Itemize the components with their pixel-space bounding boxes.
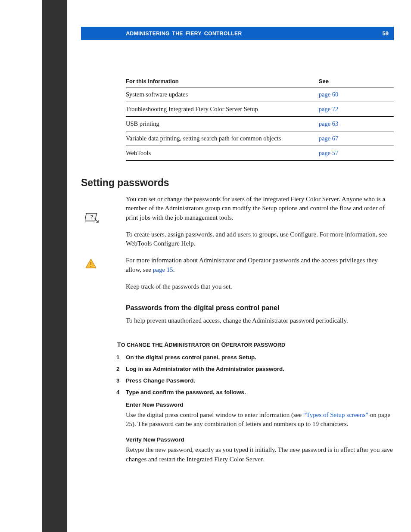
page-number: 59: [383, 30, 389, 37]
sc-rest: DMINISTRATOR OR: [169, 342, 221, 348]
table-cell-label: USB printing: [126, 117, 319, 131]
table-row: Variable data printing, setting search p…: [126, 131, 394, 146]
field-label: Enter New Password: [126, 401, 394, 408]
table-cell-label: System software updates: [126, 87, 319, 102]
page-link[interactable]: page 60: [319, 91, 339, 98]
step-number: 4: [116, 389, 120, 395]
body-column: For this information See System software…: [126, 75, 394, 464]
sc-cap: T: [117, 341, 121, 348]
banner-title-rest3: ONTROLLER: [208, 31, 242, 37]
body-paragraph: To help prevent unauthorized access, cha…: [126, 316, 394, 325]
sc-rest: O CHANGE THE: [121, 342, 165, 348]
body-paragraph: You can set or change the passwords for …: [126, 195, 394, 222]
help-cursor-icon: ?: [85, 212, 100, 227]
section-heading: Setting passwords: [81, 177, 394, 189]
table-header-left: For this information: [126, 75, 319, 87]
sc-cap: A: [164, 341, 168, 348]
banner-title-cap3: C: [204, 30, 209, 37]
text-span: .: [173, 266, 175, 273]
table-row: USB printingpage 63: [126, 117, 394, 131]
body-paragraph: For more information about Administrator…: [126, 256, 394, 274]
body-paragraph: Retype the new password, exactly as you …: [126, 445, 394, 464]
sc-cap: O: [221, 341, 226, 348]
body-paragraph: To create users, assign passwords, and a…: [126, 230, 394, 249]
procedure-steps: 1On the digital press control panel, pre…: [126, 354, 394, 395]
svg-rect-1: [90, 262, 91, 265]
step-item: 2Log in as Administrator with the Admini…: [126, 366, 394, 372]
table-cell-label: WebTools: [126, 146, 319, 161]
cross-ref-link[interactable]: “Types of Setup screens”: [303, 411, 368, 418]
text-span: Use the digital press control panel wind…: [126, 411, 303, 418]
step-text: Press Change Password.: [126, 377, 195, 384]
left-dark-strip: [42, 0, 67, 532]
step-number: 3: [116, 377, 120, 384]
banner-title-rest1: DMINISTERING: [130, 31, 170, 37]
subsection-heading: Passwords from the digital press control…: [126, 304, 394, 312]
page-link[interactable]: page 63: [319, 120, 339, 127]
banner-title-cap2: F: [186, 30, 189, 37]
banner-title-the: THE: [172, 31, 183, 37]
page-content: ADMINISTERING THE FIERY CONTROLLER 59 Fo…: [81, 0, 394, 472]
step-text: On the digital press control panel, pres…: [126, 354, 256, 361]
page-link[interactable]: page 57: [319, 149, 339, 156]
step-item: 1On the digital press control panel, pre…: [126, 354, 394, 361]
table-cell-label: Variable data printing, setting search p…: [126, 131, 319, 146]
table-cell-label: Troubleshooting Integrated Fiery Color S…: [126, 102, 319, 117]
step-number: 2: [116, 366, 120, 372]
procedure-title: TO CHANGE THE ADMINISTRATOR OR OPERATOR …: [117, 341, 394, 348]
table-row: WebToolspage 57: [126, 146, 394, 161]
svg-text:?: ?: [90, 214, 93, 219]
field-label: Verify New Password: [126, 436, 394, 443]
page-link[interactable]: page 15: [153, 266, 173, 273]
svg-rect-2: [90, 266, 91, 267]
step-text: Type and confirm the password, as follow…: [126, 389, 246, 395]
banner-title-rest2: IERY: [189, 31, 202, 37]
page-link[interactable]: page 67: [319, 135, 339, 142]
table-row: System software updatespage 60: [126, 87, 394, 102]
banner-title: ADMINISTERING THE FIERY CONTROLLER: [126, 30, 242, 37]
banner-title-cap1: A: [126, 30, 130, 37]
table-header-right: See: [319, 75, 394, 87]
document-page: ADMINISTERING THE FIERY CONTROLLER 59 Fo…: [0, 0, 411, 532]
body-paragraph: Use the digital press control panel wind…: [126, 411, 394, 429]
step-item: 3Press Change Password.: [126, 377, 394, 384]
step-item: 4Type and confirm the password, as follo…: [126, 389, 394, 395]
table-row: Troubleshooting Integrated Fiery Color S…: [126, 102, 394, 117]
reference-table: For this information See System software…: [126, 75, 394, 161]
sc-rest: PERATOR PASSWORD: [226, 342, 285, 348]
step-number: 1: [116, 354, 120, 361]
step-text: Log in as Administrator with the Adminis…: [126, 366, 284, 372]
chapter-banner: ADMINISTERING THE FIERY CONTROLLER 59: [81, 27, 394, 40]
warning-icon: [85, 258, 97, 271]
body-paragraph: Keep track of the passwords that you set…: [126, 282, 394, 291]
page-link[interactable]: page 72: [319, 106, 339, 112]
